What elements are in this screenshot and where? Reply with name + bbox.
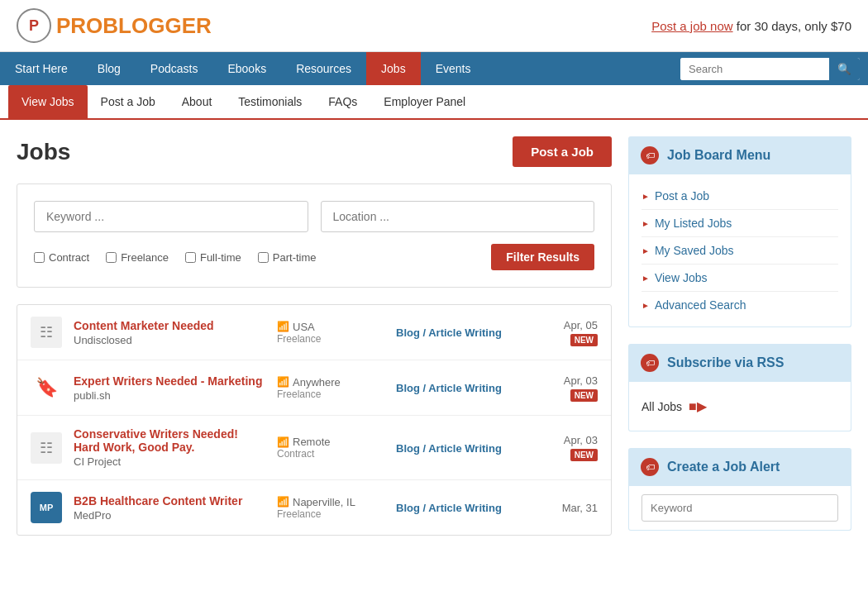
promo-text: Post a job now for 30 days, only $70 [651, 19, 851, 33]
sidebar-item-my-saved-jobs[interactable]: My Saved Jobs [655, 244, 734, 257]
category-link[interactable]: Blog / Article Writing [396, 442, 502, 455]
nav-events[interactable]: Events [421, 52, 486, 85]
sidebar-item-view-jobs[interactable]: View Jobs [655, 271, 708, 284]
wifi-icon: 📶 [277, 436, 289, 448]
sidebar-item-post-a-job[interactable]: Post a Job [655, 189, 709, 203]
job-company: CI Project [74, 455, 265, 468]
subnav-testimonials[interactable]: Testimonials [225, 85, 315, 118]
table-row: 🔖 Expert Writers Needed - Marketing publ… [17, 360, 611, 416]
job-type: Contract [277, 448, 384, 460]
search-inputs [34, 201, 594, 232]
category-link[interactable]: Blog / Article Writing [396, 382, 502, 394]
job-category: Blog / Article Writing [396, 326, 520, 339]
subnav-view-jobs[interactable]: View Jobs [8, 85, 88, 118]
arrow-icon: ► [641, 219, 650, 228]
nav-start-here[interactable]: Start Here [0, 52, 83, 85]
post-job-button[interactable]: Post a Job [513, 136, 612, 167]
sidebar-widget-body: ► Post a Job ► My Listed Jobs ► My Saved… [628, 174, 851, 327]
category-link[interactable]: Blog / Article Writing [396, 502, 502, 514]
page-title: Jobs [17, 139, 70, 165]
tag-icon: 🏷 [641, 146, 659, 164]
sidebar-item-advanced-search[interactable]: Advanced Search [655, 298, 746, 312]
bookmark-icon: 🔖 [31, 372, 62, 403]
job-date: Apr, 05 NEW [532, 319, 598, 346]
job-title: Expert Writers Needed - Marketing [74, 374, 265, 388]
sidebar-item-my-listed-jobs[interactable]: My Listed Jobs [655, 217, 732, 230]
job-location: 📶USA Freelance [277, 321, 384, 345]
sidebar-widget-header: 🏷 Job Board Menu [628, 136, 851, 174]
table-row: ☷ Content Marketer Needed Undisclosed 📶U… [17, 305, 611, 360]
job-category: Blog / Article Writing [396, 381, 520, 394]
rss-title: Subscribe via RSS [667, 355, 784, 370]
job-company: MedPro [74, 509, 265, 522]
new-badge: NEW [570, 389, 598, 402]
sub-nav: View Jobs Post a Job About Testimonials … [0, 85, 868, 120]
keyword-input[interactable] [34, 201, 308, 232]
logo: P PROBLOGGER [17, 8, 212, 43]
main-content: Jobs Post a Job Contract Freelance Full-… [17, 136, 612, 547]
job-location: 📶Naperville, IL Freelance [277, 496, 384, 520]
job-date: Apr, 03 NEW [532, 434, 598, 461]
main-nav: Start Here Blog Podcasts Ebooks Resource… [0, 52, 868, 85]
grid-icon: ☷ [31, 432, 62, 464]
job-link[interactable]: Conservative Writers Needed! Hard Work, … [74, 427, 238, 454]
search-input[interactable] [680, 58, 829, 80]
location-input[interactable] [321, 201, 595, 232]
alert-widget-body [628, 486, 851, 531]
job-board-menu-title: Job Board Menu [667, 148, 770, 163]
filter-fulltime[interactable]: Full-time [185, 251, 241, 264]
logo-icon: P [17, 8, 51, 43]
list-item: ► My Listed Jobs [641, 210, 838, 237]
logo-text: PROBLOGGER [56, 13, 212, 39]
job-title: Conservative Writers Needed! Hard Work, … [74, 427, 265, 454]
job-type: Freelance [277, 388, 384, 400]
nav-blog[interactable]: Blog [83, 52, 136, 85]
filter-parttime[interactable]: Part-time [258, 251, 317, 264]
grid-icon: ☷ [31, 317, 62, 348]
job-location: 📶Anywhere Freelance [277, 376, 384, 400]
sidebar-widget-body: All Jobs ■▶ [628, 382, 851, 431]
new-badge: NEW [570, 449, 598, 461]
post-job-promo-link[interactable]: Post a job now [651, 19, 732, 33]
subnav-about[interactable]: About [169, 85, 226, 118]
new-badge: NEW [570, 334, 598, 346]
sidebar: 🏷 Job Board Menu ► Post a Job ► My Liste… [628, 136, 851, 547]
filter-results-button[interactable]: Filter Results [491, 244, 594, 270]
job-category: Blog / Article Writing [396, 441, 520, 455]
arrow-icon: ► [641, 301, 650, 310]
job-main: Content Marketer Needed Undisclosed [74, 319, 265, 346]
job-list: ☷ Content Marketer Needed Undisclosed 📶U… [17, 304, 612, 536]
nav-podcasts[interactable]: Podcasts [136, 52, 213, 85]
job-date: Mar, 31 [532, 502, 598, 514]
job-category: Blog / Article Writing [396, 501, 520, 514]
sidebar-alert-widget: 🏷 Create a Job Alert [628, 448, 851, 531]
wifi-icon: 📶 [277, 321, 289, 332]
nav-ebooks[interactable]: Ebooks [212, 52, 281, 85]
category-link[interactable]: Blog / Article Writing [396, 326, 502, 339]
list-item: ► Advanced Search [641, 292, 838, 318]
tag-icon: 🏷 [641, 458, 659, 476]
arrow-icon: ► [641, 192, 650, 201]
job-main: Expert Writers Needed - Marketing publi.… [74, 374, 265, 402]
job-link[interactable]: B2B Healthcare Content Writer [74, 494, 242, 508]
wifi-icon: 📶 [277, 376, 289, 388]
subnav-faqs[interactable]: FAQs [315, 85, 370, 118]
job-company: Undisclosed [74, 334, 265, 346]
nav-resources[interactable]: Resources [281, 52, 366, 85]
rss-icon[interactable]: ■▶ [689, 398, 707, 414]
job-link[interactable]: Expert Writers Needed - Marketing [74, 374, 262, 388]
wifi-icon: 📶 [277, 496, 289, 508]
subnav-post-a-job[interactable]: Post a Job [88, 85, 169, 118]
alert-title: Create a Job Alert [667, 460, 780, 474]
sidebar-rss-widget: 🏷 Subscribe via RSS All Jobs ■▶ [628, 344, 851, 431]
job-type: Freelance [277, 333, 384, 345]
filter-freelance[interactable]: Freelance [106, 251, 169, 264]
alert-keyword-input[interactable] [641, 494, 838, 522]
sidebar-job-board-menu: 🏷 Job Board Menu ► Post a Job ► My Liste… [628, 136, 851, 327]
subnav-employer-panel[interactable]: Employer Panel [370, 85, 479, 118]
job-link[interactable]: Content Marketer Needed [74, 319, 214, 332]
search-box: 🔍 [680, 58, 860, 80]
nav-jobs[interactable]: Jobs [366, 52, 421, 85]
search-button[interactable]: 🔍 [829, 58, 860, 80]
filter-contract[interactable]: Contract [34, 251, 89, 264]
